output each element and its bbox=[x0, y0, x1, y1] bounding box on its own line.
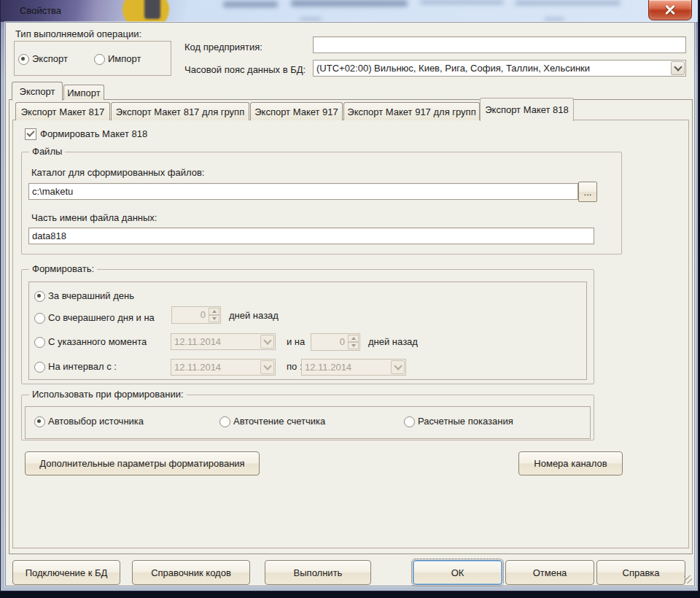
chevron-down-icon bbox=[263, 362, 271, 370]
dialog-client-area: Тип выполняемой операции: Экспорт Импорт… bbox=[5, 22, 695, 586]
dir-label: Каталог для сформированных файлов: bbox=[31, 167, 204, 178]
timezone-dropdown-button[interactable] bbox=[671, 61, 685, 75]
triangle-down-icon bbox=[212, 317, 217, 320]
radio-auto-read-label: Авточтение счетчика bbox=[233, 416, 325, 427]
enterprise-code-label: Код предприятия: bbox=[184, 42, 262, 53]
desktop-blur-artifact bbox=[291, 0, 408, 7]
subtab-export-818[interactable]: Экспорт Макет 818 bbox=[480, 98, 574, 121]
resize-grip-icon[interactable] bbox=[684, 575, 692, 583]
channels-button[interactable]: Номера каналов bbox=[518, 451, 623, 475]
period-group-legend: Формировать: bbox=[29, 263, 97, 274]
timezone-label: Часовой пояс данных в БД: bbox=[184, 64, 306, 75]
browse-button[interactable]: ... bbox=[578, 182, 597, 202]
triangle-up-icon bbox=[212, 310, 217, 313]
radio-auto-read[interactable] bbox=[219, 416, 230, 427]
window-title: Свойства bbox=[20, 5, 61, 16]
desktop-blur-artifact bbox=[300, 18, 322, 21]
spinner-up-button[interactable] bbox=[348, 335, 359, 342]
properties-dialog: Свойства Тип выполняемой операции: Экспо… bbox=[0, 0, 699, 591]
radio-interval-label: На интервал с : bbox=[48, 361, 117, 372]
desktop-logo-glyph bbox=[144, 0, 160, 19]
spinner-down-button[interactable] bbox=[348, 342, 359, 349]
radio-auto-source-label: Автовыбор источника bbox=[48, 416, 144, 427]
radio-yesterday[interactable] bbox=[34, 291, 45, 302]
radio-interval[interactable] bbox=[34, 362, 45, 373]
desktop-blur-artifact bbox=[515, 1, 621, 5]
date-dropdown-button[interactable] bbox=[260, 335, 274, 349]
triangle-up-icon bbox=[351, 337, 356, 340]
spinner-up-button[interactable] bbox=[209, 308, 219, 315]
date-dropdown-button[interactable] bbox=[260, 360, 274, 374]
close-button[interactable] bbox=[648, 0, 692, 20]
interval-end-date-combo[interactable]: 12.11.2014 bbox=[301, 359, 406, 376]
cancel-button[interactable]: Отмена bbox=[505, 560, 594, 585]
spinner-down-button[interactable] bbox=[209, 315, 219, 322]
desktop-blur-artifact bbox=[420, 0, 504, 4]
days-back-suffix-1: дней назад bbox=[229, 310, 279, 321]
chevron-down-icon bbox=[394, 362, 402, 370]
ok-button[interactable]: ОК bbox=[413, 560, 502, 585]
source-group-legend: Использовать при формировании: bbox=[29, 389, 187, 400]
filename-label: Часть имени файла данных: bbox=[31, 212, 157, 223]
desktop-blur-artifact bbox=[544, 18, 564, 21]
form-818-checkbox-label: Формировать Макет 818 bbox=[40, 128, 147, 139]
radio-import[interactable] bbox=[94, 54, 105, 65]
subtab-export-917-groups[interactable]: Экспорт Макет 917 для групп bbox=[343, 102, 480, 120]
execute-button[interactable]: Выполнить bbox=[265, 560, 371, 585]
radio-calculated[interactable] bbox=[404, 416, 415, 427]
subtab-export-817[interactable]: Экспорт Макет 817 bbox=[15, 102, 110, 120]
db-connection-button[interactable]: Подключение к БД bbox=[12, 560, 120, 585]
subtab-export-917[interactable]: Экспорт Макет 917 bbox=[250, 102, 343, 120]
subtab-export-817-groups[interactable]: Экспорт Макет 817 для групп bbox=[111, 102, 249, 120]
radio-since-yesterday[interactable] bbox=[34, 313, 45, 324]
checkmark-icon bbox=[26, 128, 34, 136]
chevron-down-icon bbox=[674, 63, 682, 71]
from-moment-date-combo[interactable]: 12.11.2014 bbox=[171, 333, 276, 350]
interval-start-date-combo[interactable]: 12.11.2014 bbox=[171, 359, 276, 376]
help-button[interactable]: Справка bbox=[596, 560, 685, 585]
radio-import-label: Импорт bbox=[108, 53, 141, 64]
timezone-combobox[interactable]: (UTC+02:00) Вильнюс, Киев, Рига, София, … bbox=[313, 60, 686, 77]
radio-from-moment-label: С указанного момента bbox=[48, 336, 147, 347]
dir-input[interactable] bbox=[28, 183, 578, 200]
chevron-down-icon bbox=[263, 336, 271, 344]
form-818-checkbox[interactable] bbox=[25, 128, 36, 140]
radio-export-label: Экспорт bbox=[32, 53, 68, 64]
enterprise-code-input[interactable] bbox=[313, 36, 686, 53]
days-back-suffix-2: дней назад bbox=[368, 336, 418, 347]
to-label: по : bbox=[287, 361, 303, 372]
radio-calculated-label: Расчетные показания bbox=[418, 416, 513, 427]
radio-auto-source[interactable] bbox=[34, 416, 45, 427]
extra-params-button[interactable]: Дополнительные параметры форматирования bbox=[25, 451, 260, 475]
and-for-label: и на bbox=[287, 336, 305, 347]
codes-directory-button[interactable]: Справочник кодов bbox=[132, 560, 250, 585]
operation-type-label: Тип выполняемой операции: bbox=[15, 28, 141, 39]
triangle-down-icon bbox=[351, 344, 356, 347]
radio-yesterday-label: За вчерашний день bbox=[48, 290, 134, 301]
title-bar[interactable]: Свойства bbox=[1, 0, 698, 22]
radio-from-moment[interactable] bbox=[34, 337, 45, 348]
files-group-legend: Файлы bbox=[29, 146, 65, 157]
days-back-spinner-1[interactable]: 0 bbox=[171, 306, 221, 324]
desktop-blur-artifact bbox=[223, 1, 278, 7]
tab-export[interactable]: Экспорт bbox=[12, 82, 63, 101]
radio-export[interactable] bbox=[18, 54, 29, 65]
filename-input[interactable] bbox=[28, 228, 594, 244]
days-back-spinner-2[interactable]: 0 bbox=[311, 333, 360, 351]
timezone-value: (UTC+02:00) Вильнюс, Киев, Рига, София, … bbox=[316, 63, 590, 74]
ellipsis-icon: ... bbox=[584, 187, 592, 198]
tab-import[interactable]: Импорт bbox=[63, 85, 104, 100]
radio-since-yesterday-label: Со вчерашнего дня и на bbox=[48, 312, 155, 323]
date-dropdown-button[interactable] bbox=[391, 360, 405, 374]
